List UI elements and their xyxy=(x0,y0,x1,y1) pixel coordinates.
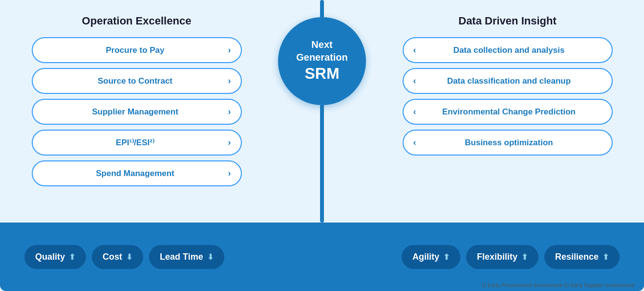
connector-top xyxy=(320,0,324,17)
list-item[interactable]: EPI¹⁾/ESI²⁾ › xyxy=(32,130,242,156)
top-section: Operation Excellence Procure to Pay › So… xyxy=(0,0,644,223)
up-arrow-icon: ⬆ xyxy=(443,252,450,262)
quality-label: Quality xyxy=(35,252,65,262)
connector-bottom xyxy=(320,105,324,223)
next-gen-line1: Next xyxy=(311,38,332,51)
flexibility-label: Flexibility xyxy=(477,252,517,262)
data-classification-label: Data classification and cleanup xyxy=(416,76,602,86)
right-panel: Data Driven Insight ‹ Data collection an… xyxy=(371,0,644,223)
next-gen-line2: Generation xyxy=(296,51,348,64)
cost-label: Cost xyxy=(103,252,122,262)
down-arrow-icon: ⬇ xyxy=(126,252,132,262)
resilience-label: Resilience xyxy=(555,252,599,262)
up-arrow-icon: ⬆ xyxy=(602,252,609,262)
quality-badge[interactable]: Quality ⬆ xyxy=(24,245,86,269)
epi-esi-label: EPI¹⁾/ESI²⁾ xyxy=(43,137,228,148)
srm-label: SRM xyxy=(304,64,339,84)
lead-time-label: Lead Time xyxy=(160,252,203,262)
list-item[interactable]: ‹ Environmental Change Prediction xyxy=(403,99,613,125)
chevron-right-icon: › xyxy=(228,45,231,55)
left-panel: Operation Excellence Procure to Pay › So… xyxy=(0,0,273,223)
resilience-badge[interactable]: Resilience ⬆ xyxy=(544,245,620,269)
supplier-management-label: Supplier Management xyxy=(43,107,228,117)
left-menu-items: Procure to Pay › Source to Contract › Su… xyxy=(32,37,242,186)
center-column: Next Generation SRM xyxy=(273,0,371,223)
up-arrow-icon: ⬆ xyxy=(69,252,75,262)
footnote: 1) Early Procurement Involvement 2) Earl… xyxy=(481,282,634,288)
list-item[interactable]: ‹ Business optimization xyxy=(403,130,613,156)
agility-badge[interactable]: Agility ⬆ xyxy=(402,245,460,269)
chevron-right-icon: › xyxy=(228,107,231,117)
bottom-left-badges: Quality ⬆ Cost ⬇ Lead Time ⬇ xyxy=(24,245,224,269)
down-arrow-icon: ⬇ xyxy=(207,252,214,262)
list-item[interactable]: Supplier Management › xyxy=(32,99,242,125)
list-item[interactable]: ‹ Data classification and cleanup xyxy=(403,68,613,94)
lead-time-badge[interactable]: Lead Time ⬇ xyxy=(149,245,224,269)
list-item[interactable]: Procure to Pay › xyxy=(32,37,242,63)
env-change-label: Environmental Change Prediction xyxy=(416,107,602,117)
cost-badge[interactable]: Cost ⬇ xyxy=(92,245,143,269)
left-panel-title: Operation Excellence xyxy=(82,15,192,27)
right-menu-items: ‹ Data collection and analysis ‹ Data cl… xyxy=(403,37,613,156)
chevron-right-icon: › xyxy=(228,76,231,86)
chevron-right-icon: › xyxy=(228,137,231,148)
procure-to-pay-label: Procure to Pay xyxy=(43,45,228,55)
right-panel-title: Data Driven Insight xyxy=(458,15,556,27)
list-item[interactable]: ‹ Data collection and analysis xyxy=(403,37,613,63)
flexibility-badge[interactable]: Flexibility ⬆ xyxy=(466,245,538,269)
list-item[interactable]: Source to Contract › xyxy=(32,68,242,94)
business-optimization-label: Business optimization xyxy=(416,138,602,148)
up-arrow-icon: ⬆ xyxy=(521,252,528,262)
agility-label: Agility xyxy=(412,252,439,262)
main-container: Operation Excellence Procure to Pay › So… xyxy=(0,0,644,291)
spend-management-label: Spend Management xyxy=(43,169,228,179)
center-circle: Next Generation SRM xyxy=(278,17,366,105)
list-item[interactable]: Spend Management › xyxy=(32,160,242,186)
bottom-section: Quality ⬆ Cost ⬇ Lead Time ⬇ Agility ⬆ F… xyxy=(0,223,644,291)
chevron-right-icon: › xyxy=(228,168,231,179)
bottom-right-badges: Agility ⬆ Flexibility ⬆ Resilience ⬆ xyxy=(402,245,620,269)
data-collection-label: Data collection and analysis xyxy=(416,45,602,55)
source-to-contract-label: Source to Contract xyxy=(43,76,228,86)
